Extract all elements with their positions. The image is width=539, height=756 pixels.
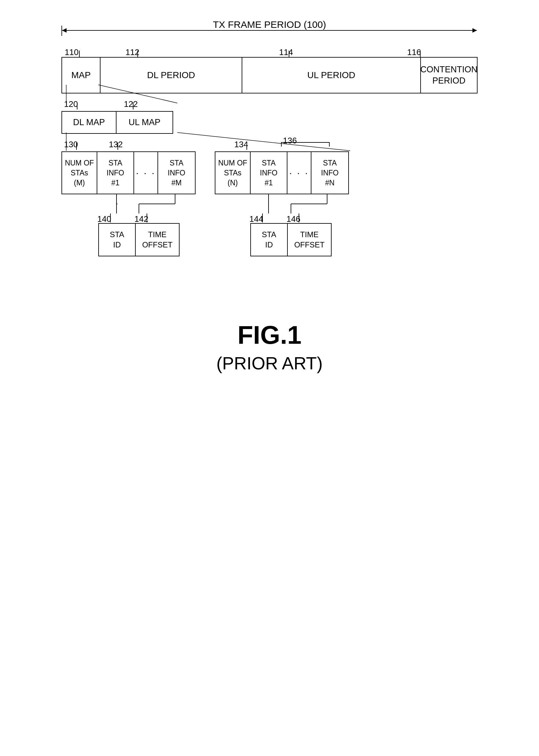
ref-140: 140 (97, 214, 111, 224)
ref-114: 114 (279, 47, 293, 57)
sta-info-m-box: STAINFO#M (158, 152, 195, 193)
tx-frame-label: TX FRAME PERIOD (100) (213, 19, 326, 30)
level2-frame: DL MAP UL MAP (61, 111, 173, 134)
dl-map-box: DL MAP (62, 112, 116, 133)
ul-map-box: UL MAP (116, 112, 173, 133)
ref-144: 144 (249, 214, 263, 224)
ref-116: 116 (407, 47, 421, 57)
ref-122: 122 (124, 99, 138, 109)
ref-136: 136 (283, 136, 297, 146)
ul-period-box: UL PERIOD (242, 58, 421, 93)
sta-info-ul-1-box: STAINFO#1 (251, 152, 287, 193)
dl-section: NUM OFSTAs(M) STAINFO#1 · · · STAINFO#M (61, 151, 195, 194)
ref-110: 110 (65, 47, 78, 57)
sta-id-dl-box: STAID (99, 224, 136, 256)
ref-146: 146 (286, 214, 300, 224)
time-offset-dl-box: TIMEOFFSET (136, 224, 179, 256)
ul-section: NUM OFSTAs(N) STAINFO#1 · · · STAINFO#N (215, 151, 349, 194)
num-of-stas-m-box: NUM OFSTAs(M) (62, 152, 97, 193)
dots-dl-box: · · · (134, 152, 158, 193)
level4-dl-section: STAID TIMEOFFSET (98, 223, 180, 257)
figure-caption: FIG.1 (PRIOR ART) (45, 320, 494, 399)
num-of-stas-n-box: NUM OFSTAs(N) (215, 152, 251, 193)
sta-id-ul-box: STAID (251, 224, 288, 256)
fig-subtitle: (PRIOR ART) (45, 353, 494, 373)
contention-box: CONTENTIONPERIOD (421, 58, 477, 93)
sta-info-1-box: STAINFO#1 (97, 152, 134, 193)
dots-ul-box: · · · (287, 152, 311, 193)
level4-ul-section: STAID TIMEOFFSET (250, 223, 332, 257)
ref-142: 142 (134, 214, 148, 224)
ref-120: 120 (64, 99, 78, 109)
sta-info-n-box: STAINFO#N (311, 152, 348, 193)
map-box: MAP (62, 58, 101, 93)
level1-frame: MAP DL PERIOD UL PERIOD CONTENTIONPERIOD (61, 57, 478, 94)
dl-period-box: DL PERIOD (101, 58, 242, 93)
time-offset-ul-box: TIMEOFFSET (288, 224, 331, 256)
ref-134: 134 (234, 139, 248, 149)
fig-title: FIG.1 (45, 320, 494, 350)
ref-130: 130 (64, 139, 78, 149)
ref-132: 132 (109, 139, 122, 149)
